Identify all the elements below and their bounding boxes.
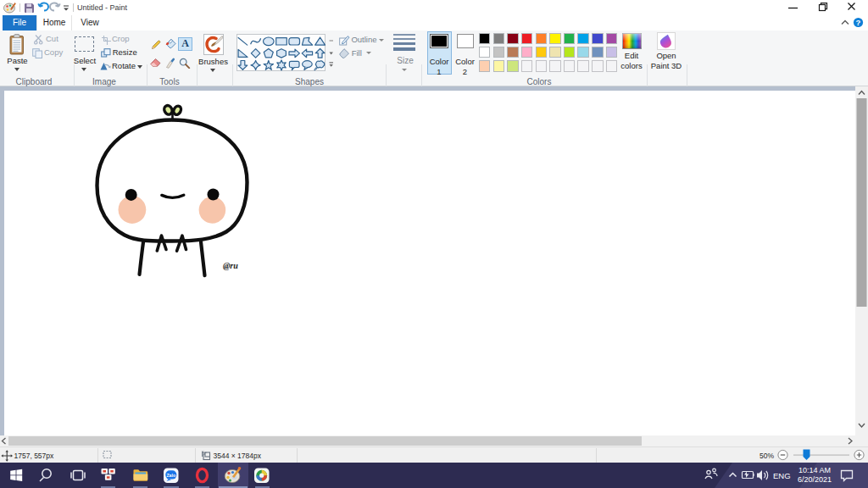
- svg-text:Zalo: Zalo: [166, 473, 175, 478]
- svg-text:@ru: @ru: [223, 261, 238, 270]
